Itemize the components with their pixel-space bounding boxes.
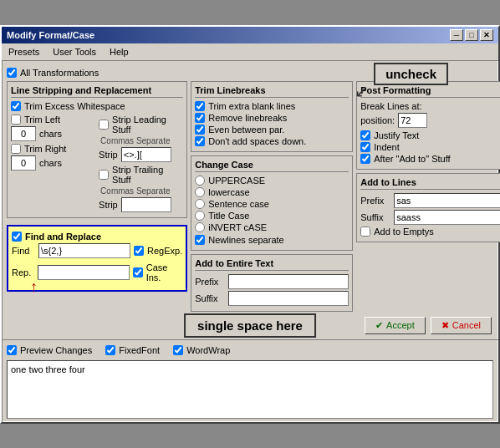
indent-checkbox[interactable] (360, 142, 370, 152)
add-entire-panel: Add to Entire Text Prefix Suffix (191, 254, 353, 312)
dont-add-spaces-label: Don't add spaces down. (208, 136, 306, 146)
word-wrap-row: WordWrap (173, 345, 230, 355)
entire-prefix-input[interactable] (228, 274, 349, 289)
rep-input[interactable] (38, 265, 130, 280)
lines-suffix-input[interactable] (394, 210, 500, 225)
bottom-action-row: single space here ✔ Accept ✖ Cancel (7, 317, 493, 334)
post-formatting-title: Post Formatting (360, 85, 500, 98)
uppercase-radio[interactable] (195, 176, 205, 186)
entire-suffix-input[interactable] (228, 291, 349, 306)
close-button[interactable]: ✕ (480, 29, 493, 41)
lowercase-radio[interactable] (195, 187, 205, 197)
menu-user-tools[interactable]: User Tools (49, 45, 99, 59)
remove-linebreaks-label: Remove linebreaks (208, 113, 287, 123)
trim-left-col: Trim Left chars Trim Right (11, 113, 95, 214)
trim-extra-checkbox[interactable] (195, 101, 205, 111)
strip-leading-checkbox[interactable] (99, 120, 109, 130)
case-ins-checkbox[interactable] (133, 267, 143, 277)
justify-text-label: Justify Text (374, 130, 419, 140)
position-input[interactable] (398, 113, 427, 128)
find-input[interactable] (38, 243, 130, 258)
find-row: Find RegExp. (12, 243, 182, 258)
strip-leading-row: Strip Leading Stuff (99, 115, 183, 135)
add-emptys-row: Add to Emptys (360, 227, 500, 237)
indent-label: Indent (374, 142, 400, 152)
line-stripping-title: Line Stripping and Replacement (11, 85, 183, 98)
fixed-font-row: FixedFont (105, 345, 160, 355)
chars-left-label: chars (39, 129, 62, 139)
preview-text-area: one two three four (7, 360, 493, 419)
lines-suffix-label: Suffix (360, 212, 390, 222)
title-case-radio[interactable] (195, 211, 205, 221)
lines-prefix-row: Prefix (360, 193, 500, 208)
sentence-case-radio[interactable] (195, 199, 205, 209)
remove-linebreaks-checkbox[interactable] (195, 113, 205, 123)
lines-prefix-input[interactable] (394, 193, 500, 208)
title-case-row: Title Case (195, 211, 349, 221)
dont-add-spaces-checkbox[interactable] (195, 136, 205, 146)
chars-right-label: chars (39, 158, 62, 168)
dont-add-spaces-row: Don't add spaces down. (195, 136, 349, 146)
lowercase-row: lowercase (195, 187, 349, 197)
preview-section: Preview Changes FixedFont WordWrap one t… (2, 339, 498, 422)
lines-suffix-row: Suffix (360, 210, 500, 225)
lines-prefix-label: Prefix (360, 196, 390, 206)
add-emptys-label: Add to Emptys (374, 227, 434, 237)
add-emptys-checkbox[interactable] (360, 227, 370, 237)
strip-trailing-checkbox[interactable] (99, 170, 109, 180)
fixed-font-label: FixedFont (119, 345, 160, 355)
trim-strip-row: Trim Left chars Trim Right (11, 113, 183, 214)
add-lines-title: Add to Lines (360, 177, 500, 190)
uncheck-annotation: uncheck (374, 63, 448, 85)
regexp-checkbox[interactable] (134, 246, 144, 256)
menu-presets[interactable]: Presets (5, 45, 43, 59)
trim-excess-checkbox[interactable] (11, 101, 21, 111)
accept-button[interactable]: ✔ Accept (365, 317, 426, 334)
change-case-title: Change Case (195, 160, 349, 172)
word-wrap-checkbox[interactable] (173, 345, 183, 355)
trim-extra-label: Trim extra blank lines (208, 101, 295, 111)
chars-left-input[interactable] (11, 126, 36, 141)
even-between-checkbox[interactable] (195, 125, 205, 135)
justify-text-checkbox[interactable] (360, 130, 370, 140)
content-area: All Transformations Line Stripping and R… (2, 61, 498, 339)
invert-case-radio[interactable] (195, 222, 205, 232)
even-between-label: Even between par. (208, 125, 284, 135)
window-title: Modify Format/Case (7, 30, 94, 40)
trim-left-checkbox[interactable] (11, 115, 21, 125)
title-case-label: Title Case (208, 211, 249, 221)
commas-trail-label: Commas Separate (100, 186, 183, 196)
strip-lead-label-text: Strip (99, 150, 118, 160)
post-formatting-panel: Post Formatting Break Lines at: position… (356, 81, 500, 170)
entire-prefix-label: Prefix (195, 277, 225, 287)
uppercase-label: UPPERCASE (208, 176, 265, 186)
after-add-to-checkbox[interactable] (360, 154, 370, 164)
strip-trail-input[interactable] (121, 197, 171, 212)
add-entire-title: Add to Entire Text (195, 258, 349, 271)
strip-lead-input-row: Strip (99, 147, 183, 162)
trim-linebreaks-title: Trim Linebreaks (195, 85, 349, 98)
chars-right-input[interactable] (11, 155, 36, 171)
strip-leading-label: Strip Leading Stuff (112, 115, 183, 135)
newlines-separate-row: Newlines separate (195, 235, 349, 245)
menu-help[interactable]: Help (106, 45, 132, 59)
preview-changes-checkbox[interactable] (7, 345, 17, 355)
middle-column: Trim Linebreaks Trim extra blank lines R… (191, 81, 353, 312)
maximize-button[interactable]: □ (465, 29, 478, 41)
position-label: position: (360, 115, 395, 125)
entire-suffix-label: Suffix (195, 293, 225, 303)
strip-lead-input[interactable] (121, 147, 171, 162)
minimize-button[interactable]: ─ (450, 29, 463, 41)
trim-right-checkbox[interactable] (11, 144, 21, 154)
cancel-button[interactable]: ✖ Cancel (431, 317, 492, 334)
fixed-font-checkbox[interactable] (105, 345, 115, 355)
newlines-separate-checkbox[interactable] (195, 235, 205, 245)
left-column: Line Stripping and Replacement Trim Exce… (7, 81, 187, 312)
regexp-label: RegExp. (147, 246, 182, 256)
cancel-x-icon: ✖ (441, 320, 449, 331)
find-replace-checkbox[interactable] (12, 232, 22, 242)
find-label: Find (12, 246, 35, 256)
invert-case-row: iNVERT cASE (195, 222, 349, 232)
all-transformations-checkbox[interactable] (7, 68, 17, 78)
remove-linebreaks-row: Remove linebreaks (195, 113, 349, 123)
